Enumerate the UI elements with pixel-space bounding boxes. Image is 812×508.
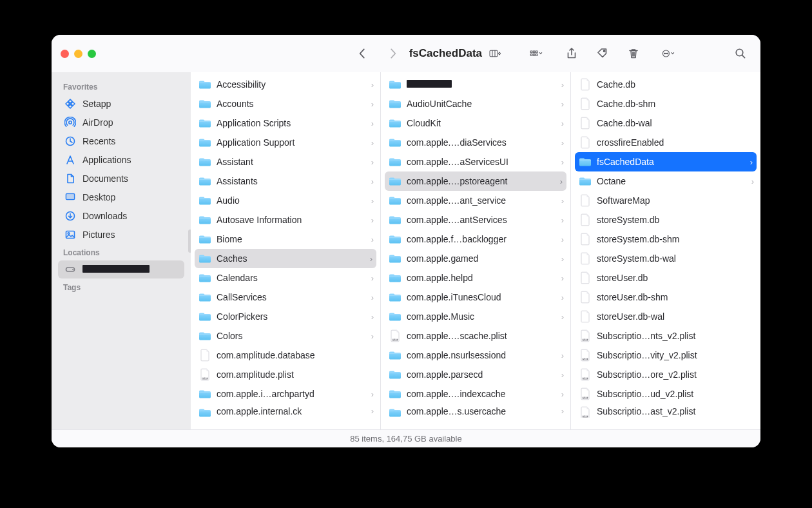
file-row[interactable]: Cache.db — [571, 75, 760, 94]
file-row[interactable]: › — [381, 75, 570, 94]
file-name: ColorPickers — [217, 311, 366, 322]
file-row[interactable]: com.apple.helpd› — [381, 268, 570, 288]
sidebar-item[interactable]: Applications — [58, 151, 184, 169]
sidebar-item[interactable]: Downloads — [58, 207, 184, 225]
file-row[interactable]: fsCachedData› — [575, 152, 757, 171]
file-row[interactable]: Application Scripts› — [191, 113, 380, 133]
file-row[interactable]: Subscriptio…ud_v2.plist — [571, 384, 760, 404]
file-name: storeSystem.db — [597, 215, 754, 225]
file-row[interactable]: CloudKit› — [381, 113, 570, 133]
share-button[interactable] — [563, 45, 580, 62]
file-row[interactable]: AudioUnitCache› — [381, 94, 570, 113]
file-name: SoftwareMap — [597, 195, 754, 206]
forward-button[interactable] — [385, 45, 401, 62]
file-row[interactable]: com.apple.…aServicesUI› — [381, 152, 570, 171]
chevron-right-icon: › — [561, 273, 564, 283]
file-name: com.apple.…antServices — [407, 215, 556, 225]
file-row[interactable]: com.apple.gamed› — [381, 249, 570, 268]
chevron-right-icon: › — [561, 406, 564, 416]
file-row[interactable]: Autosave Information› — [191, 210, 380, 230]
file-name: com.apple.internal.ck — [217, 406, 366, 416]
file-row[interactable]: com.apple.nsurlsessiond› — [381, 346, 570, 365]
svg-point-20 — [664, 53, 666, 54]
file-row[interactable]: CallServices› — [191, 288, 380, 307]
file-row[interactable]: com.apple.…ant_service› — [381, 191, 570, 210]
zoom-window-button[interactable] — [88, 50, 96, 58]
plist-file-icon — [579, 387, 592, 400]
back-button[interactable] — [354, 45, 371, 62]
chevron-right-icon: › — [561, 351, 564, 360]
file-row[interactable]: Subscriptio…ore_v2.plist — [571, 365, 760, 384]
view-columns-button[interactable] — [482, 45, 509, 62]
file-row[interactable]: Subscriptio…vity_v2.plist — [571, 346, 760, 365]
file-row[interactable]: Octane› — [571, 171, 760, 191]
file-row[interactable]: com.apple.…scache.plist — [381, 326, 570, 346]
file-row[interactable]: storeSystem.db — [571, 210, 760, 230]
file-row[interactable]: com.apple.internal.ck› — [191, 404, 380, 418]
file-row[interactable]: com.apple…s.usercache› — [381, 404, 570, 418]
file-row[interactable]: Assistants› — [191, 171, 380, 191]
tags-button[interactable] — [594, 45, 611, 62]
minimize-window-button[interactable] — [74, 50, 82, 58]
file-row[interactable]: com.amplitude.database — [191, 346, 380, 365]
folder-icon — [198, 78, 211, 91]
group-by-button[interactable] — [523, 45, 549, 62]
file-row[interactable]: Audio› — [191, 191, 380, 210]
file-row[interactable]: storeSystem.db-wal — [571, 249, 760, 268]
file-row[interactable]: com.apple.i…archpartyd› — [191, 384, 380, 404]
file-row[interactable]: Subscriptio…nts_v2.plist — [571, 326, 760, 346]
sidebar-item[interactable] — [58, 260, 184, 278]
file-icon — [579, 117, 592, 130]
file-name: storeUser.db — [597, 273, 754, 283]
file-row[interactable]: Application Support› — [191, 133, 380, 152]
file-row[interactable]: com.apple.iTunesCloud› — [381, 288, 570, 307]
sidebar-item[interactable]: AirDrop — [58, 113, 184, 132]
file-row[interactable]: Colors› — [191, 326, 380, 346]
file-row[interactable]: Accounts› — [191, 94, 380, 113]
file-row[interactable]: ColorPickers› — [191, 307, 380, 326]
file-row[interactable]: com.apple.…pstoreagent› — [385, 171, 566, 191]
file-row[interactable]: storeUser.db-shm — [571, 288, 760, 307]
more-actions-button[interactable] — [656, 45, 681, 62]
svg-rect-17 — [536, 54, 537, 56]
folder-icon — [198, 155, 211, 168]
delete-button[interactable] — [625, 45, 642, 62]
file-row[interactable]: Cache.db-shm — [571, 94, 760, 113]
file-row[interactable]: com.apple.…antServices› — [381, 210, 570, 230]
sidebar-item[interactable]: Pictures — [58, 226, 184, 244]
file-row[interactable]: storeUser.db — [571, 268, 760, 288]
file-row[interactable]: com.apple.Music› — [381, 307, 570, 326]
file-row[interactable]: storeSystem.db-shm — [571, 230, 760, 249]
chevron-right-icon: › — [561, 157, 564, 167]
sidebar-item[interactable]: Recents — [58, 132, 184, 150]
file-row[interactable]: Caches› — [195, 249, 376, 268]
folder-icon — [389, 78, 401, 91]
file-row[interactable]: com.apple.parsecd› — [381, 365, 570, 384]
sidebar-item[interactable]: Desktop — [58, 188, 184, 206]
file-row[interactable]: Cache.db-wal — [571, 113, 760, 133]
folder-icon — [389, 175, 401, 188]
column: ›AudioUnitCache›CloudKit›com.apple.…diaS… — [381, 72, 571, 429]
file-row[interactable]: Assistant› — [191, 152, 380, 171]
file-name: Application Scripts — [217, 118, 366, 128]
file-row[interactable]: com.apple.…indexcache› — [381, 384, 570, 404]
file-row[interactable]: crossfireEnabled — [571, 133, 760, 152]
close-window-button[interactable] — [61, 50, 69, 58]
file-row[interactable]: Accessibility› — [191, 75, 380, 94]
file-row[interactable]: Subscriptio…ast_v2.plist — [571, 404, 760, 418]
file-row[interactable]: Calendars› — [191, 268, 380, 288]
file-name — [407, 79, 556, 90]
sidebar-item[interactable]: Documents — [58, 170, 184, 188]
file-row[interactable]: SoftwareMap — [571, 191, 760, 210]
file-row[interactable]: com.apple.f…backlogger› — [381, 230, 570, 249]
file-row[interactable]: Biome› — [191, 230, 380, 249]
sidebar-item[interactable]: Setapp — [58, 95, 184, 113]
file-row[interactable]: com.amplitude.plist — [191, 365, 380, 384]
file-row[interactable]: storeUser.db-wal — [571, 307, 760, 326]
file-name: Cache.db — [597, 79, 754, 90]
chevron-right-icon: › — [751, 177, 754, 186]
chevron-right-icon: › — [561, 293, 564, 302]
chevron-right-icon: › — [371, 293, 374, 302]
search-button[interactable] — [732, 45, 749, 62]
file-row[interactable]: com.apple.…diaServices› — [381, 133, 570, 152]
